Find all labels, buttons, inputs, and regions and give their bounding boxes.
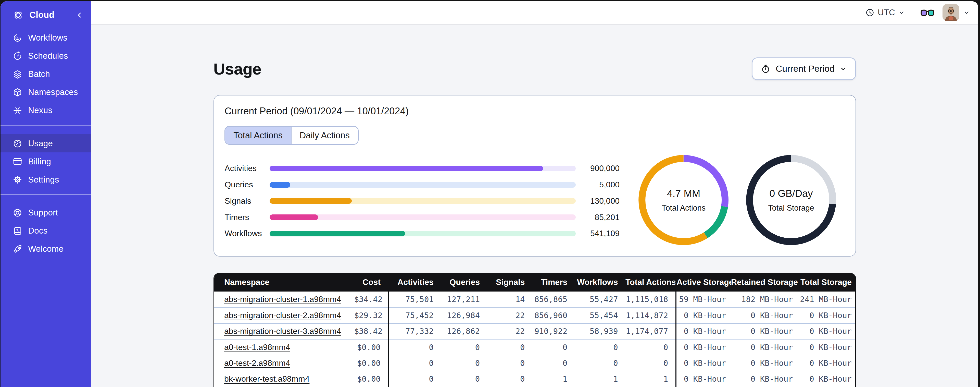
bar-value: 85,201 bbox=[576, 213, 620, 222]
sidebar-brand[interactable]: Cloud bbox=[0, 1, 91, 29]
cell-timers: 856,865 bbox=[532, 291, 575, 307]
bar-label: Workflows bbox=[224, 229, 269, 238]
cell-signals: 22 bbox=[487, 323, 532, 339]
user-avatar[interactable] bbox=[942, 4, 959, 21]
bar-fill bbox=[270, 166, 543, 171]
cell-workflows: 55,427 bbox=[575, 291, 625, 307]
cell-queries: 127,211 bbox=[441, 291, 487, 307]
sidebar-item-workflows[interactable]: Workflows bbox=[0, 29, 91, 47]
sidebar-group-main: Workflows Schedules bbox=[0, 29, 91, 120]
page-content: Usage Current Period bbox=[91, 24, 978, 387]
period-selector-button[interactable]: Current Period bbox=[752, 58, 856, 80]
table-row: abs-migration-cluster-3.a98mm4 $38.42 77… bbox=[214, 323, 856, 339]
sidebar-item-support[interactable]: Support bbox=[0, 204, 91, 222]
bar-row: Activities 900,000 bbox=[224, 160, 620, 177]
bar-value: 900,000 bbox=[576, 164, 620, 173]
tab-total-actions[interactable]: Total Actions bbox=[225, 126, 291, 144]
collapse-sidebar-icon[interactable] bbox=[75, 11, 84, 19]
glasses-button[interactable] bbox=[921, 8, 934, 18]
total-actions-value: 4.7 MM bbox=[667, 188, 700, 199]
total-storage-donut: 0 GB/Day Total Storage bbox=[746, 155, 837, 245]
cell-namespace: abs-migration-cluster-2.a98mm4 bbox=[214, 307, 354, 323]
cell-total-storage: 241 MB-Hour bbox=[798, 291, 856, 307]
main-area: UTC bbox=[91, 1, 978, 387]
bar-track bbox=[270, 198, 576, 204]
namespace-link[interactable]: abs-migration-cluster-2.a98mm4 bbox=[224, 311, 341, 320]
cell-signals: 0 bbox=[487, 339, 532, 355]
table-row: abs-migration-cluster-1.a98mm4 $34.42 75… bbox=[214, 291, 856, 307]
col-header-activities: Activities bbox=[388, 273, 441, 292]
cell-queries: 126,862 bbox=[441, 323, 487, 339]
brand-label: Cloud bbox=[29, 10, 75, 20]
cell-signals: 22 bbox=[487, 307, 532, 323]
cell-active-storage: 0 KB-Hour bbox=[676, 339, 731, 355]
table-row: a0-test-1.a98mm4 $0.00 0 0 0 0 0 0 0 KB-… bbox=[214, 339, 856, 355]
support-icon bbox=[13, 208, 22, 218]
cell-namespace: abs-migration-cluster-3.a98mm4 bbox=[214, 323, 354, 339]
sidebar-item-label: Batch bbox=[28, 69, 50, 79]
cell-timers: 0 bbox=[532, 355, 575, 371]
namespace-link[interactable]: abs-migration-cluster-3.a98mm4 bbox=[224, 326, 341, 336]
col-header-workflows: Workflows bbox=[575, 273, 625, 292]
cell-cost: $34.42 bbox=[354, 291, 389, 307]
bar-fill bbox=[270, 198, 352, 204]
total-actions-donut: 4.7 MM Total Actions bbox=[638, 155, 729, 245]
schedules-icon bbox=[13, 51, 22, 61]
page-title: Usage bbox=[213, 59, 261, 78]
sidebar-item-batch[interactable]: Batch bbox=[0, 65, 91, 83]
timezone-selector[interactable]: UTC bbox=[865, 8, 905, 18]
table-row: a0-test-2.a98mm4 $0.00 0 0 0 0 0 0 0 KB-… bbox=[214, 355, 856, 371]
sidebar-group-account: Usage Billing bbox=[0, 131, 91, 189]
stopwatch-icon bbox=[760, 64, 771, 74]
nexus-icon bbox=[13, 106, 22, 115]
sidebar-item-label: Schedules bbox=[28, 51, 68, 61]
namespace-link[interactable]: a0-test-1.a98mm4 bbox=[224, 342, 290, 352]
namespace-link[interactable]: bk-worker-test.a98mm4 bbox=[224, 374, 309, 384]
sidebar-divider bbox=[0, 125, 91, 126]
sidebar-item-nexus[interactable]: Nexus bbox=[0, 101, 91, 120]
bar-track bbox=[270, 182, 576, 188]
bar-fill bbox=[270, 182, 291, 188]
namespace-link[interactable]: a0-test-2.a98mm4 bbox=[224, 358, 290, 368]
cell-activities: 75,501 bbox=[388, 291, 441, 307]
sidebar-item-label: Welcome bbox=[28, 244, 64, 254]
sidebar-item-label: Docs bbox=[28, 226, 48, 236]
cell-active-storage: 59 MB-Hour bbox=[676, 291, 731, 307]
bar-value: 130,000 bbox=[576, 196, 620, 206]
bar-row: Timers 85,201 bbox=[224, 209, 620, 225]
sidebar-item-settings[interactable]: Settings bbox=[0, 171, 91, 189]
cell-total-storage: 0 KB-Hour bbox=[798, 307, 856, 323]
sidebar: Cloud Workflows bbox=[0, 1, 91, 387]
sidebar-item-schedules[interactable]: Schedules bbox=[0, 47, 91, 65]
cell-queries: 0 bbox=[441, 371, 487, 387]
docs-icon bbox=[13, 226, 22, 236]
timezone-label: UTC bbox=[878, 8, 895, 18]
cell-total-actions: 1,114,872 bbox=[625, 307, 676, 323]
actions-tab-group: Total Actions Daily Actions bbox=[224, 126, 358, 145]
cell-workflows: 55,454 bbox=[575, 307, 625, 323]
cell-queries: 0 bbox=[441, 355, 487, 371]
sidebar-item-welcome[interactable]: Welcome bbox=[0, 240, 91, 258]
table-header: Namespace Cost Activities Queries Signal… bbox=[214, 273, 856, 292]
sidebar-item-label: Support bbox=[28, 208, 58, 217]
cell-timers: 1 bbox=[532, 371, 575, 387]
sidebar-item-billing[interactable]: Billing bbox=[0, 152, 91, 171]
bar-track bbox=[270, 214, 576, 220]
sidebar-item-namespaces[interactable]: Namespaces bbox=[0, 83, 91, 101]
bar-value: 5,000 bbox=[576, 180, 620, 189]
screen: Cloud Workflows bbox=[0, 0, 980, 387]
cell-total-actions: 1 bbox=[625, 371, 676, 387]
namespaces-icon bbox=[13, 87, 22, 97]
sidebar-group-help: Support Docs bbox=[0, 201, 91, 258]
sidebar-item-docs[interactable]: Docs bbox=[0, 222, 91, 240]
user-menu-chevron-icon[interactable] bbox=[963, 9, 970, 16]
cell-timers: 856,960 bbox=[532, 307, 575, 323]
namespace-link[interactable]: abs-migration-cluster-1.a98mm4 bbox=[224, 294, 341, 304]
cell-total-storage: 0 KB-Hour bbox=[798, 339, 856, 355]
cell-signals: 14 bbox=[487, 291, 532, 307]
namespace-usage-table: Namespace Cost Activities Queries Signal… bbox=[213, 273, 856, 387]
tab-daily-actions[interactable]: Daily Actions bbox=[291, 126, 358, 144]
col-header-signals: Signals bbox=[487, 273, 532, 292]
sidebar-item-usage[interactable]: Usage bbox=[0, 134, 91, 152]
sidebar-divider bbox=[0, 194, 91, 195]
